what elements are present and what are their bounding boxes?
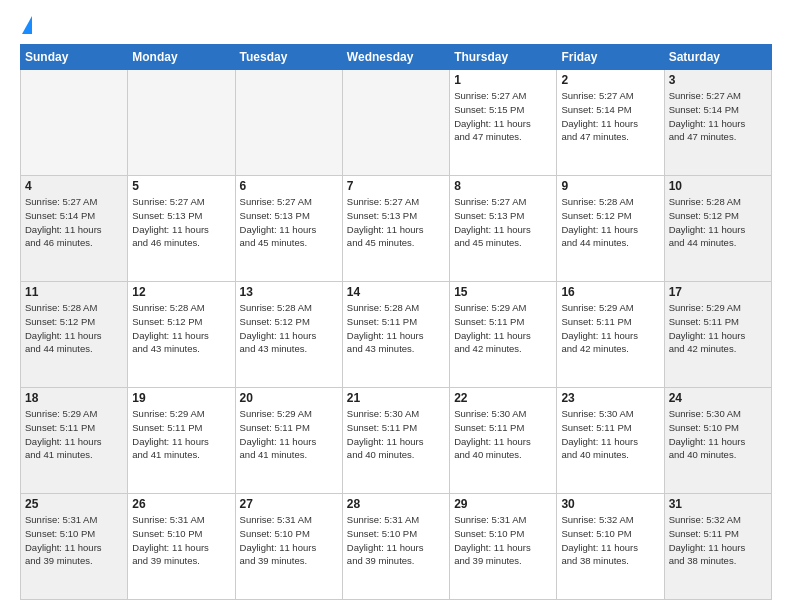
day-number: 31: [669, 497, 767, 511]
weekday-header-wednesday: Wednesday: [342, 45, 449, 70]
day-info: Sunrise: 5:29 AMSunset: 5:11 PMDaylight:…: [561, 301, 659, 356]
day-info: Sunrise: 5:27 AMSunset: 5:14 PMDaylight:…: [561, 89, 659, 144]
day-cell: 25Sunrise: 5:31 AMSunset: 5:10 PMDayligh…: [21, 494, 128, 600]
week-row-2: 4Sunrise: 5:27 AMSunset: 5:14 PMDaylight…: [21, 176, 772, 282]
day-cell: [21, 70, 128, 176]
day-number: 27: [240, 497, 338, 511]
day-number: 14: [347, 285, 445, 299]
day-number: 29: [454, 497, 552, 511]
week-row-4: 18Sunrise: 5:29 AMSunset: 5:11 PMDayligh…: [21, 388, 772, 494]
day-number: 17: [669, 285, 767, 299]
day-info: Sunrise: 5:31 AMSunset: 5:10 PMDaylight:…: [25, 513, 123, 568]
week-row-5: 25Sunrise: 5:31 AMSunset: 5:10 PMDayligh…: [21, 494, 772, 600]
day-cell: 7Sunrise: 5:27 AMSunset: 5:13 PMDaylight…: [342, 176, 449, 282]
day-cell: 17Sunrise: 5:29 AMSunset: 5:11 PMDayligh…: [664, 282, 771, 388]
day-number: 28: [347, 497, 445, 511]
weekday-header-friday: Friday: [557, 45, 664, 70]
day-cell: 8Sunrise: 5:27 AMSunset: 5:13 PMDaylight…: [450, 176, 557, 282]
day-cell: 14Sunrise: 5:28 AMSunset: 5:11 PMDayligh…: [342, 282, 449, 388]
day-number: 12: [132, 285, 230, 299]
day-number: 22: [454, 391, 552, 405]
day-cell: 22Sunrise: 5:30 AMSunset: 5:11 PMDayligh…: [450, 388, 557, 494]
day-cell: 2Sunrise: 5:27 AMSunset: 5:14 PMDaylight…: [557, 70, 664, 176]
day-info: Sunrise: 5:30 AMSunset: 5:11 PMDaylight:…: [347, 407, 445, 462]
day-cell: 29Sunrise: 5:31 AMSunset: 5:10 PMDayligh…: [450, 494, 557, 600]
day-info: Sunrise: 5:27 AMSunset: 5:15 PMDaylight:…: [454, 89, 552, 144]
day-info: Sunrise: 5:32 AMSunset: 5:11 PMDaylight:…: [669, 513, 767, 568]
day-number: 18: [25, 391, 123, 405]
day-cell: 13Sunrise: 5:28 AMSunset: 5:12 PMDayligh…: [235, 282, 342, 388]
day-cell: 27Sunrise: 5:31 AMSunset: 5:10 PMDayligh…: [235, 494, 342, 600]
day-cell: 26Sunrise: 5:31 AMSunset: 5:10 PMDayligh…: [128, 494, 235, 600]
day-cell: 1Sunrise: 5:27 AMSunset: 5:15 PMDaylight…: [450, 70, 557, 176]
day-number: 20: [240, 391, 338, 405]
day-number: 11: [25, 285, 123, 299]
day-number: 24: [669, 391, 767, 405]
day-number: 7: [347, 179, 445, 193]
day-info: Sunrise: 5:29 AMSunset: 5:11 PMDaylight:…: [669, 301, 767, 356]
day-number: 2: [561, 73, 659, 87]
day-cell: 24Sunrise: 5:30 AMSunset: 5:10 PMDayligh…: [664, 388, 771, 494]
day-cell: 16Sunrise: 5:29 AMSunset: 5:11 PMDayligh…: [557, 282, 664, 388]
day-info: Sunrise: 5:30 AMSunset: 5:10 PMDaylight:…: [669, 407, 767, 462]
calendar-page: SundayMondayTuesdayWednesdayThursdayFrid…: [0, 0, 792, 612]
day-info: Sunrise: 5:27 AMSunset: 5:14 PMDaylight:…: [25, 195, 123, 250]
day-number: 13: [240, 285, 338, 299]
day-info: Sunrise: 5:28 AMSunset: 5:12 PMDaylight:…: [240, 301, 338, 356]
weekday-header-saturday: Saturday: [664, 45, 771, 70]
day-number: 25: [25, 497, 123, 511]
week-row-1: 1Sunrise: 5:27 AMSunset: 5:15 PMDaylight…: [21, 70, 772, 176]
day-cell: 30Sunrise: 5:32 AMSunset: 5:10 PMDayligh…: [557, 494, 664, 600]
day-cell: 31Sunrise: 5:32 AMSunset: 5:11 PMDayligh…: [664, 494, 771, 600]
day-number: 16: [561, 285, 659, 299]
day-info: Sunrise: 5:27 AMSunset: 5:13 PMDaylight:…: [132, 195, 230, 250]
logo-triangle-icon: [22, 16, 32, 34]
day-info: Sunrise: 5:29 AMSunset: 5:11 PMDaylight:…: [454, 301, 552, 356]
day-info: Sunrise: 5:27 AMSunset: 5:13 PMDaylight:…: [454, 195, 552, 250]
day-number: 21: [347, 391, 445, 405]
day-info: Sunrise: 5:30 AMSunset: 5:11 PMDaylight:…: [454, 407, 552, 462]
weekday-header-row: SundayMondayTuesdayWednesdayThursdayFrid…: [21, 45, 772, 70]
day-cell: 21Sunrise: 5:30 AMSunset: 5:11 PMDayligh…: [342, 388, 449, 494]
day-cell: 11Sunrise: 5:28 AMSunset: 5:12 PMDayligh…: [21, 282, 128, 388]
day-info: Sunrise: 5:31 AMSunset: 5:10 PMDaylight:…: [454, 513, 552, 568]
day-cell: 3Sunrise: 5:27 AMSunset: 5:14 PMDaylight…: [664, 70, 771, 176]
day-info: Sunrise: 5:28 AMSunset: 5:12 PMDaylight:…: [25, 301, 123, 356]
day-info: Sunrise: 5:29 AMSunset: 5:11 PMDaylight:…: [240, 407, 338, 462]
day-info: Sunrise: 5:27 AMSunset: 5:14 PMDaylight:…: [669, 89, 767, 144]
day-cell: 28Sunrise: 5:31 AMSunset: 5:10 PMDayligh…: [342, 494, 449, 600]
day-cell: 9Sunrise: 5:28 AMSunset: 5:12 PMDaylight…: [557, 176, 664, 282]
day-info: Sunrise: 5:28 AMSunset: 5:12 PMDaylight:…: [132, 301, 230, 356]
day-cell: 6Sunrise: 5:27 AMSunset: 5:13 PMDaylight…: [235, 176, 342, 282]
day-info: Sunrise: 5:29 AMSunset: 5:11 PMDaylight:…: [132, 407, 230, 462]
day-number: 23: [561, 391, 659, 405]
day-info: Sunrise: 5:27 AMSunset: 5:13 PMDaylight:…: [240, 195, 338, 250]
day-cell: [342, 70, 449, 176]
day-number: 30: [561, 497, 659, 511]
day-cell: [235, 70, 342, 176]
day-info: Sunrise: 5:28 AMSunset: 5:12 PMDaylight:…: [669, 195, 767, 250]
day-number: 10: [669, 179, 767, 193]
day-info: Sunrise: 5:31 AMSunset: 5:10 PMDaylight:…: [240, 513, 338, 568]
day-info: Sunrise: 5:28 AMSunset: 5:12 PMDaylight:…: [561, 195, 659, 250]
day-number: 19: [132, 391, 230, 405]
day-number: 8: [454, 179, 552, 193]
day-cell: 19Sunrise: 5:29 AMSunset: 5:11 PMDayligh…: [128, 388, 235, 494]
logo: [20, 16, 32, 34]
day-cell: 18Sunrise: 5:29 AMSunset: 5:11 PMDayligh…: [21, 388, 128, 494]
day-info: Sunrise: 5:30 AMSunset: 5:11 PMDaylight:…: [561, 407, 659, 462]
calendar-table: SundayMondayTuesdayWednesdayThursdayFrid…: [20, 44, 772, 600]
day-cell: 12Sunrise: 5:28 AMSunset: 5:12 PMDayligh…: [128, 282, 235, 388]
day-number: 1: [454, 73, 552, 87]
day-info: Sunrise: 5:31 AMSunset: 5:10 PMDaylight:…: [347, 513, 445, 568]
day-cell: 5Sunrise: 5:27 AMSunset: 5:13 PMDaylight…: [128, 176, 235, 282]
day-info: Sunrise: 5:28 AMSunset: 5:11 PMDaylight:…: [347, 301, 445, 356]
weekday-header-sunday: Sunday: [21, 45, 128, 70]
day-number: 26: [132, 497, 230, 511]
day-number: 9: [561, 179, 659, 193]
day-info: Sunrise: 5:31 AMSunset: 5:10 PMDaylight:…: [132, 513, 230, 568]
weekday-header-monday: Monday: [128, 45, 235, 70]
day-cell: 4Sunrise: 5:27 AMSunset: 5:14 PMDaylight…: [21, 176, 128, 282]
day-info: Sunrise: 5:27 AMSunset: 5:13 PMDaylight:…: [347, 195, 445, 250]
weekday-header-tuesday: Tuesday: [235, 45, 342, 70]
